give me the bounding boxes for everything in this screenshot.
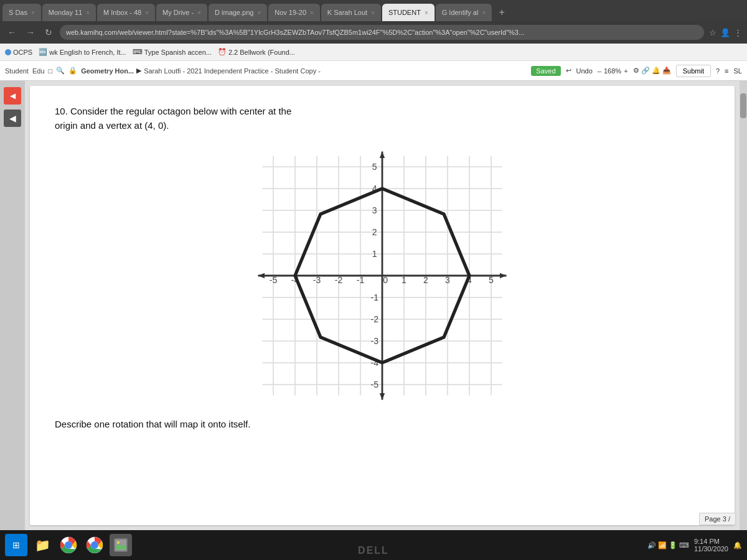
type-icon: ⌨: [133, 48, 143, 56]
bookmark-ocps[interactable]: OCPS: [5, 49, 32, 56]
edu-menu[interactable]: Edu: [32, 67, 45, 75]
bookmark-english[interactable]: 🔤 wk English to French, It...: [39, 48, 126, 56]
chrome-button1[interactable]: [57, 534, 80, 556]
bookmark-icon[interactable]: ☆: [709, 28, 716, 37]
tab-close-icon[interactable]: ×: [425, 9, 428, 16]
svg-text:-5: -5: [371, 380, 379, 390]
browser-window: S Das × Monday 11 × M Inbox - 48 × My Dr…: [0, 0, 747, 560]
translate-icon: 🔤: [39, 48, 47, 56]
svg-marker-26: [380, 152, 385, 159]
svg-text:-1: -1: [371, 292, 379, 302]
describe-text: Describe one rotation that will map it o…: [55, 419, 710, 429]
tab-bar: S Das × Monday 11 × M Inbox - 48 × My Dr…: [0, 0, 747, 21]
tab-close-icon[interactable]: ×: [197, 9, 201, 16]
svg-text:2: 2: [423, 275, 428, 285]
svg-marker-27: [380, 393, 385, 400]
start-button[interactable]: ⊞: [5, 534, 27, 556]
sidebar-dark-button[interactable]: ◀: [4, 110, 21, 127]
page-indicator: Page 3 /: [699, 513, 736, 525]
address-bar-icons: ☆ 👤 ⋮: [709, 28, 742, 37]
tab-sdas[interactable]: S Das ×: [2, 4, 41, 21]
bookmark-bellwork[interactable]: ⏰ 2.2 Bellwork (Found...: [218, 48, 295, 56]
svg-point-57: [117, 541, 120, 544]
breadcrumb-arrow: ▶: [136, 67, 141, 75]
image-button[interactable]: [110, 534, 132, 556]
svg-text:-3: -3: [313, 275, 321, 285]
bookmarks-bar: OCPS 🔤 wk English to French, It... ⌨ Typ…: [0, 44, 747, 61]
clock: 9:14 PM 11/30/2020: [694, 538, 728, 553]
student-menu[interactable]: Student: [5, 67, 29, 75]
extension-icon[interactable]: ⋮: [734, 28, 742, 37]
tab-close-icon[interactable]: ×: [31, 9, 35, 16]
zoom-control: – 168% +: [598, 67, 628, 75]
question-number: 10.: [55, 106, 68, 116]
files-button[interactable]: 📁: [31, 534, 54, 556]
help-icon[interactable]: ?: [716, 67, 720, 75]
svg-marker-24: [258, 273, 265, 278]
geometry-link[interactable]: Geometry Hon...: [81, 67, 134, 75]
undo-label: Undo: [576, 67, 593, 75]
toolbar-right: Saved ↩ Undo – 168% + ⚙ 🔗 🔔 📥 Submit ? ≡…: [531, 65, 742, 77]
tab-identify[interactable]: G Identify al ×: [436, 4, 492, 21]
coordinate-graph: -5 -4 -3 -2 -1 0 1 2 3 4 5 5 4 3 2 1: [233, 145, 532, 406]
sl-label: SL: [734, 67, 742, 75]
tab-sarah[interactable]: K Sarah Lout ×: [321, 4, 381, 21]
notification-icon[interactable]: 🔔: [733, 541, 742, 549]
tab-close-icon[interactable]: ×: [482, 9, 486, 16]
toolbar-icons: ⚙ 🔗 🔔 📥: [633, 67, 671, 75]
tab-student[interactable]: STUDENT ×: [382, 4, 435, 21]
svg-marker-23: [500, 273, 507, 278]
svg-point-54: [92, 543, 97, 548]
sidebar-red-button[interactable]: ◀: [4, 87, 21, 105]
tab-nov[interactable]: Nov 19-20 ×: [268, 4, 320, 21]
svg-text:3: 3: [372, 205, 377, 215]
tab-close-icon[interactable]: ×: [86, 9, 90, 16]
saved-badge: Saved: [531, 66, 560, 76]
right-scrollbar[interactable]: [740, 81, 747, 530]
undo-button[interactable]: ↩: [566, 67, 571, 75]
svg-text:-5: -5: [270, 275, 278, 285]
scrollbar-thumb[interactable]: [740, 93, 746, 118]
svg-text:-2: -2: [335, 275, 343, 285]
bookmark-spanish[interactable]: ⌨ Type Spanish accen...: [133, 48, 212, 56]
menu-icon[interactable]: ≡: [725, 67, 728, 75]
forward-button[interactable]: →: [24, 26, 37, 39]
address-bar: ← → ↻ web.kamihq.com/web/viewer.html?sta…: [0, 21, 747, 44]
zoom-out-button[interactable]: –: [598, 67, 601, 75]
graph-container: -5 -4 -3 -2 -1 0 1 2 3 4 5 5 4 3 2 1: [55, 145, 710, 406]
account-icon[interactable]: 🔒: [68, 67, 77, 75]
tab-image[interactable]: D image.png ×: [209, 4, 267, 21]
svg-text:5: 5: [489, 275, 494, 285]
tab-close-icon[interactable]: ×: [310, 9, 314, 16]
svg-text:2: 2: [372, 227, 377, 237]
add-tab-button[interactable]: +: [493, 4, 510, 21]
doc-title[interactable]: Sarah Loutfi - 2021 Independent Practice…: [144, 67, 321, 75]
profile-icon[interactable]: 👤: [720, 28, 730, 37]
svg-text:0: 0: [383, 275, 388, 285]
tab-close-icon[interactable]: ×: [257, 9, 261, 16]
tab-mydrive[interactable]: My Drive - ×: [156, 4, 207, 21]
svg-text:-3: -3: [371, 336, 379, 346]
document-area: 10. Consider the regular octagon below w…: [30, 86, 735, 525]
toolbar-icon1: □: [49, 67, 53, 75]
question-line2: origin and a vertex at (4, 0).: [55, 120, 169, 131]
tab-close-icon[interactable]: ×: [371, 9, 375, 16]
refresh-button[interactable]: ↻: [42, 26, 55, 39]
svg-text:5: 5: [372, 162, 377, 172]
submit-button[interactable]: Submit: [676, 65, 711, 77]
zoom-in-button[interactable]: +: [624, 67, 627, 75]
clock-icon: ⏰: [218, 48, 227, 56]
main-content: ◀ ◀ 10. Consider the regular octagon bel…: [0, 81, 747, 530]
zoom-value: 168%: [604, 67, 621, 75]
tab-inbox[interactable]: M Inbox - 48 ×: [97, 4, 155, 21]
left-sidebar: ◀ ◀: [0, 81, 25, 530]
url-input[interactable]: web.kamihq.com/web/viewer.html?state=%7B…: [60, 25, 704, 40]
tab-close-icon[interactable]: ×: [145, 9, 149, 16]
search-icon[interactable]: 🔍: [56, 67, 65, 75]
tab-monday[interactable]: Monday 11 ×: [42, 4, 96, 21]
svg-text:-2: -2: [371, 314, 379, 324]
dell-logo: DELL: [358, 545, 389, 556]
question-line1: Consider the regular octagon below with …: [70, 106, 291, 116]
chrome-button2[interactable]: [83, 534, 106, 556]
back-button[interactable]: ←: [5, 26, 19, 39]
